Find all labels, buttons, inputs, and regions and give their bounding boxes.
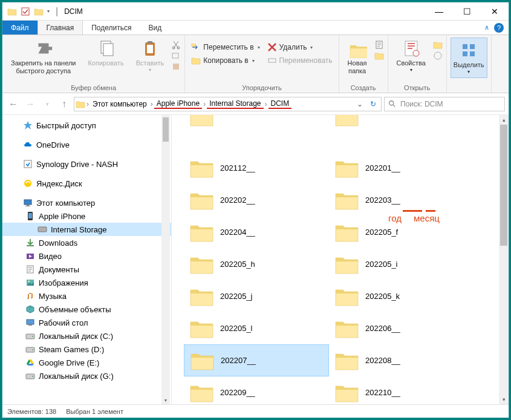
annotation-underline-month bbox=[426, 210, 435, 212]
minimize-button[interactable]: — bbox=[425, 2, 453, 21]
folder-item[interactable]: 202206__ bbox=[329, 312, 474, 344]
svg-rect-32 bbox=[172, 53, 178, 58]
crumb-dcim[interactable]: DCIM bbox=[269, 99, 292, 109]
close-button[interactable]: ✕ bbox=[481, 2, 509, 21]
qat-icon[interactable] bbox=[21, 7, 30, 16]
nav-back[interactable]: ← bbox=[6, 97, 21, 111]
content-scrollbar[interactable]: ▴ ▾ bbox=[499, 115, 509, 404]
maximize-button[interactable]: ☐ bbox=[453, 2, 481, 21]
folder-item[interactable]: 202205_l bbox=[184, 312, 329, 344]
nav-up[interactable]: ↑ bbox=[57, 97, 71, 111]
crumb-thispc[interactable]: Этот компьютер bbox=[90, 100, 149, 108]
addr-refresh[interactable]: ↻ bbox=[366, 100, 380, 108]
tab-home[interactable]: Главная bbox=[37, 21, 83, 34]
folder-item[interactable]: 202201__ bbox=[329, 152, 474, 184]
addr-folder-icon bbox=[76, 99, 85, 109]
copypath-icon[interactable] bbox=[171, 51, 181, 61]
tab-view[interactable]: Вид bbox=[140, 21, 170, 34]
properties-button[interactable]: Свойства▾ bbox=[392, 38, 431, 74]
sidebar-downloads[interactable]: Downloads bbox=[2, 236, 171, 249]
pastelink-icon[interactable] bbox=[171, 62, 181, 71]
cut-icon[interactable] bbox=[171, 40, 181, 50]
newfolder-button[interactable]: Новая папка bbox=[343, 38, 372, 76]
search-input[interactable]: Поиск: DCIM bbox=[384, 97, 505, 111]
svg-point-31 bbox=[177, 47, 180, 49]
sidebar-disk-d[interactable]: Steam Games (D:) bbox=[2, 343, 171, 356]
sidebar-synology[interactable]: Synology Drive - NASH bbox=[2, 157, 171, 171]
folder-item[interactable]: 202205_k bbox=[329, 280, 474, 312]
folder-item[interactable]: 202205_h bbox=[184, 248, 329, 280]
sidebar-disk-c[interactable]: Локальный диск (C:) bbox=[2, 329, 171, 343]
svg-rect-33 bbox=[173, 64, 179, 70]
qat-dropdown[interactable]: ▾ bbox=[47, 8, 50, 14]
folder-item[interactable]: 202203__ bbox=[329, 184, 474, 216]
select-button[interactable]: Выделить▾ bbox=[451, 38, 487, 78]
addressbar[interactable]: › Этот компьютер› Apple iPhone› Internal… bbox=[74, 97, 382, 111]
pin-button[interactable]: Закрепить на панели быстрого доступа bbox=[6, 38, 80, 76]
crumb-internal[interactable]: Internal Storage bbox=[207, 99, 263, 109]
content-area: 202112__202201__202202__202203__202204__… bbox=[172, 115, 509, 404]
group-open-label: Открыть bbox=[392, 84, 443, 92]
tab-file[interactable]: Файл bbox=[2, 21, 37, 34]
easyaccess-icon[interactable] bbox=[374, 51, 384, 61]
folder-item[interactable]: 202205_i bbox=[329, 248, 474, 280]
sidebar-iphone[interactable]: Apple iPhone bbox=[2, 209, 171, 223]
group-organize-label: Упорядочить bbox=[189, 84, 334, 92]
sidebar-video[interactable]: Видео bbox=[2, 249, 171, 263]
nav-forward[interactable]: → bbox=[23, 97, 37, 111]
folder-item[interactable]: 202210__ bbox=[329, 376, 474, 404]
folder-item[interactable]: 202205_j bbox=[184, 280, 329, 312]
titlebar-separator: | bbox=[56, 6, 58, 17]
copyto-button[interactable]: Копировать в▾ bbox=[189, 54, 262, 67]
sidebar-quick-access[interactable]: Быстрый доступ bbox=[2, 119, 171, 132]
folder-item[interactable]: 202209__ bbox=[184, 376, 329, 404]
sidebar-onedrive[interactable]: OneDrive bbox=[2, 138, 171, 151]
folder-item[interactable]: 202202__ bbox=[184, 184, 329, 216]
sidebar-yadisk[interactable]: Яндекс.Диск bbox=[2, 177, 171, 190]
moveto-button[interactable]: Переместить в▾ bbox=[189, 41, 262, 53]
menubar: Файл Главная Поделиться Вид ∧ ? bbox=[2, 21, 509, 35]
folder-item[interactable]: 202208__ bbox=[329, 344, 474, 376]
newitem-icon[interactable] bbox=[374, 40, 384, 50]
nav-recent[interactable]: ▾ bbox=[40, 97, 54, 111]
delete-button[interactable]: Удалить▾ bbox=[265, 41, 335, 53]
history-icon[interactable] bbox=[433, 51, 443, 61]
annotation-month-label: месяц bbox=[414, 213, 440, 223]
svg-point-35 bbox=[434, 52, 441, 59]
sidebar-internal-storage[interactable]: Internal Storage bbox=[2, 223, 171, 236]
svg-point-30 bbox=[172, 47, 175, 49]
sidebar-images[interactable]: Изображения bbox=[2, 276, 171, 289]
help-icon[interactable]: ? bbox=[494, 23, 504, 33]
folder-item[interactable] bbox=[329, 115, 474, 133]
crumb-iphone[interactable]: Apple iPhone bbox=[154, 99, 202, 109]
folder-item[interactable]: 202204__ bbox=[184, 216, 329, 248]
folder-item[interactable]: 202205_f bbox=[329, 216, 474, 248]
folder-item[interactable]: 202112__ bbox=[184, 152, 329, 184]
svg-rect-34 bbox=[269, 59, 276, 62]
folder-item[interactable]: 202207__ bbox=[184, 344, 329, 376]
sidebar-3dobjects[interactable]: Объемные объекты bbox=[2, 303, 171, 316]
rename-button[interactable]: Переименовать bbox=[265, 54, 335, 67]
sidebar-scrollbar[interactable]: ▴ ▾ bbox=[161, 115, 170, 404]
sidebar-disk-g[interactable]: Локальный диск (G:) bbox=[2, 369, 171, 382]
sidebar-music[interactable]: Музыка bbox=[2, 289, 171, 303]
folder-item[interactable] bbox=[184, 115, 329, 133]
sidebar-thispc[interactable]: Этот компьютер bbox=[2, 196, 171, 209]
annotation-year-label: год bbox=[388, 213, 402, 223]
open-icon[interactable] bbox=[433, 40, 443, 50]
tab-share[interactable]: Поделиться bbox=[83, 21, 140, 34]
sidebar-disk-e[interactable]: Google Drive (E:) bbox=[2, 356, 171, 369]
addr-dropdown[interactable]: ⌄ bbox=[353, 100, 366, 108]
window-title: DCIM bbox=[64, 7, 83, 16]
statusbar: Элементов: 138 Выбран 1 элемент bbox=[2, 404, 509, 418]
titlebar[interactable]: ▾ | DCIM — ☐ ✕ bbox=[2, 2, 509, 21]
paste-button[interactable]: Вставить▾ bbox=[131, 38, 169, 74]
group-clipboard-label: Буфер обмена bbox=[6, 84, 181, 92]
ribbon-collapse[interactable]: ∧ bbox=[484, 24, 489, 31]
folder-small-icon bbox=[34, 7, 44, 16]
status-count: Элементов: 138 bbox=[7, 408, 56, 415]
copy-button[interactable]: Копировать bbox=[83, 38, 128, 68]
group-select-label bbox=[451, 91, 487, 92]
sidebar-desktop[interactable]: Рабочий стол bbox=[2, 316, 171, 329]
sidebar-documents[interactable]: Документы bbox=[2, 263, 171, 276]
